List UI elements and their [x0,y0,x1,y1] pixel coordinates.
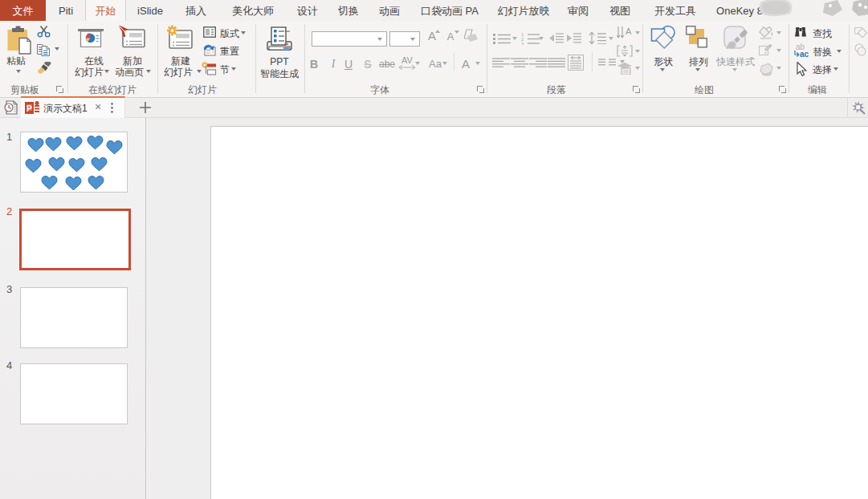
svg-text:P: P [26,104,32,113]
svg-text:ac: ac [800,50,809,58]
svg-text:A: A [626,26,632,36]
svg-text:3: 3 [521,42,524,45]
